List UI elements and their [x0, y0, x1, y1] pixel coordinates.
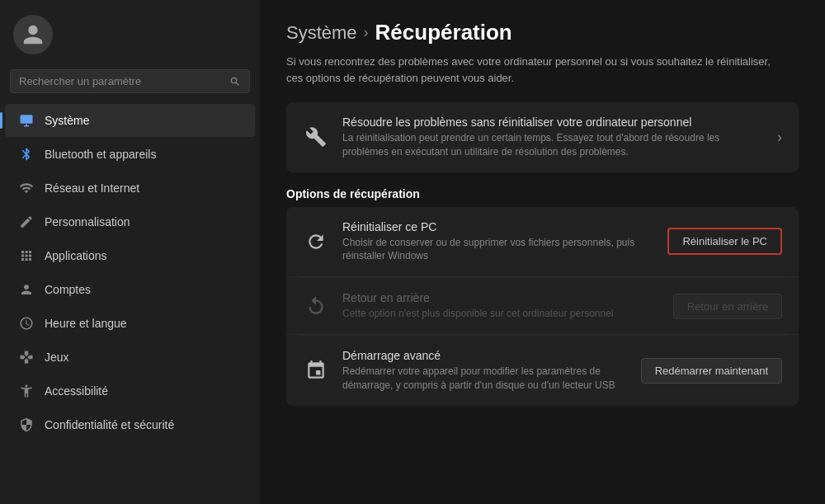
accounts-icon — [18, 281, 35, 298]
breadcrumb-chevron-icon: › — [364, 24, 369, 41]
sidebar-item-label: Bluetooth et appareils — [45, 148, 156, 161]
reset-icon — [303, 228, 329, 255]
goback-button[interactable]: Retour en arrière — [673, 294, 782, 319]
main-content: Système › Récupération Si vous rencontre… — [260, 0, 825, 504]
breadcrumb-current: Récupération — [375, 20, 512, 45]
applications-icon — [18, 247, 35, 264]
nav-list: Système Bluetooth et appareils Réseau et… — [0, 100, 260, 504]
card-goback-item: Retour en arrière Cette option n'est plu… — [286, 278, 799, 335]
card-troubleshoot-item[interactable]: Résoudre les problèmes sans réinitialise… — [286, 102, 799, 172]
card-reset-text: Réinitialiser ce PC Choisir de conserver… — [342, 220, 654, 264]
card-goback-text: Retour en arrière Cette option n'est plu… — [342, 291, 660, 321]
goback-icon — [303, 293, 329, 319]
sidebar-item-applications[interactable]: Applications — [5, 239, 255, 272]
sidebar-item-jeux[interactable]: Jeux — [5, 341, 255, 374]
reset-pc-button[interactable]: Réinitialiser le PC — [667, 228, 782, 255]
bluetooth-icon — [18, 146, 35, 163]
sidebar-item-comptes[interactable]: Comptes — [5, 273, 255, 306]
sidebar-profile — [0, 0, 260, 64]
sidebar-item-personnalisation[interactable]: Personnalisation — [5, 205, 255, 238]
sidebar-item-label: Applications — [45, 249, 107, 262]
chevron-right-icon: › — [777, 129, 782, 146]
sidebar-item-label: Accessibilité — [45, 384, 108, 398]
sidebar-item-heure[interactable]: Heure et langue — [5, 307, 255, 340]
accessibility-icon — [18, 383, 35, 399]
card-troubleshoot-action: › — [777, 129, 782, 146]
games-icon — [18, 349, 35, 365]
restart-now-button[interactable]: Redémarrer maintenant — [641, 358, 782, 384]
card-reset-subtitle: Choisir de conserver ou de supprimer vos… — [342, 236, 654, 264]
breadcrumb-parent: Système — [286, 22, 357, 44]
sidebar-item-systeme[interactable]: Système — [5, 104, 255, 137]
sidebar-item-reseau[interactable]: Réseau et Internet — [5, 172, 255, 205]
privacy-icon — [18, 417, 35, 433]
systeme-icon — [18, 112, 35, 129]
card-reset-title: Réinitialiser ce PC — [342, 220, 654, 233]
card-advanced-item: Démarrage avancé Redémarrer votre appare… — [286, 336, 799, 406]
advanced-icon — [303, 357, 329, 384]
sidebar-item-label: Système — [45, 114, 89, 127]
search-bar[interactable] — [10, 69, 250, 93]
sidebar: Système Bluetooth et appareils Réseau et… — [0, 0, 260, 504]
section-label: Options de récupération — [286, 187, 799, 200]
card-goback-action: Retour en arrière — [673, 294, 782, 319]
card-troubleshoot-text: Résoudre les problèmes sans réinitialise… — [342, 115, 764, 159]
card-goback-subtitle: Cette option n'est plus disponible sur c… — [342, 307, 660, 321]
sidebar-item-bluetooth[interactable]: Bluetooth et appareils — [5, 138, 255, 171]
card-goback-title: Retour en arrière — [342, 291, 660, 304]
search-input[interactable] — [19, 75, 223, 87]
personalization-icon — [18, 214, 35, 230]
sidebar-item-label: Personnalisation — [45, 215, 130, 228]
card-reset-item: Réinitialiser ce PC Choisir de conserver… — [286, 207, 799, 278]
card-recovery: Réinitialiser ce PC Choisir de conserver… — [286, 207, 799, 406]
sidebar-item-label: Comptes — [45, 283, 91, 296]
card-troubleshoot-title: Résoudre les problèmes sans réinitialise… — [342, 115, 764, 129]
sidebar-item-label: Heure et langue — [45, 317, 127, 330]
sidebar-item-accessibilite[interactable]: Accessibilité — [5, 374, 255, 407]
sidebar-item-label: Confidentialité et sécurité — [45, 418, 174, 431]
sidebar-item-label: Réseau et Internet — [45, 181, 139, 195]
card-advanced-title: Démarrage avancé — [342, 349, 628, 362]
card-advanced-subtitle: Redémarrer votre appareil pour modifier … — [342, 365, 628, 393]
svg-rect-0 — [21, 115, 33, 124]
breadcrumb: Système › Récupération — [286, 20, 799, 45]
network-icon — [18, 180, 35, 196]
card-troubleshoot: Résoudre les problèmes sans réinitialise… — [286, 102, 799, 172]
sidebar-item-confidentialite[interactable]: Confidentialité et sécurité — [5, 408, 255, 441]
clock-icon — [18, 315, 35, 332]
card-troubleshoot-subtitle: La réinitialisation peut prendre un cert… — [342, 131, 764, 159]
page-description: Si vous rencontrez des problèmes avec vo… — [286, 54, 781, 86]
troubleshoot-icon — [303, 124, 329, 150]
card-reset-action: Réinitialiser le PC — [667, 228, 782, 255]
card-advanced-action: Redémarrer maintenant — [641, 358, 782, 384]
card-advanced-text: Démarrage avancé Redémarrer votre appare… — [342, 349, 628, 393]
sidebar-item-label: Jeux — [45, 351, 69, 364]
avatar — [13, 15, 53, 54]
search-icon — [229, 76, 241, 87]
